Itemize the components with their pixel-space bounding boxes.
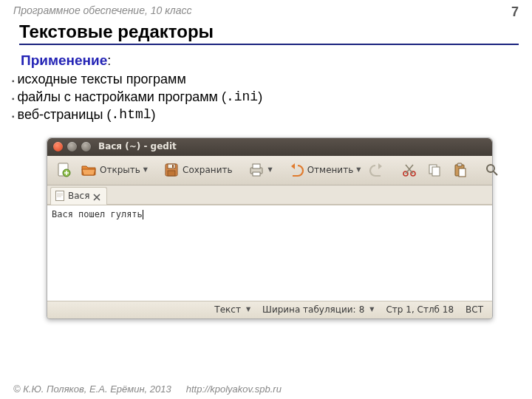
undo-button[interactable]: Отменить ▼ — [284, 161, 364, 179]
content-area: Применение: исходные тексты программ фай… — [0, 50, 532, 319]
paste-button[interactable] — [448, 161, 471, 179]
svg-rect-17 — [56, 191, 64, 201]
gedit-window: Вася (~) - gedit Открыть ▼ Сохранить — [47, 137, 493, 319]
bullet-suffix: ) — [258, 88, 262, 106]
cursor-position: Стр 1, Стлб 18 — [386, 304, 454, 316]
chevron-down-icon: ▼ — [143, 166, 148, 174]
chevron-down-icon: ▼ — [268, 166, 273, 174]
position-label: Стр 1, Стлб 18 — [386, 304, 454, 316]
svg-point-16 — [487, 165, 494, 172]
open-folder-icon — [80, 161, 98, 179]
svg-rect-15 — [459, 168, 466, 177]
open-button[interactable]: Открыть ▼ — [77, 161, 151, 179]
subhead-colon: : — [107, 53, 111, 68]
editor-text: Вася пошел гулять — [52, 209, 143, 219]
slide-header: Программное обеспечение, 10 класс 7 — [0, 0, 532, 20]
chevron-down-icon: ▼ — [369, 306, 374, 314]
tabwidth-label: Ширина табуляции: — [262, 304, 356, 316]
minimize-icon[interactable] — [67, 142, 77, 151]
svg-rect-7 — [253, 164, 260, 168]
new-file-icon — [55, 161, 72, 179]
search-icon — [483, 161, 501, 179]
paste-icon — [451, 161, 468, 179]
chevron-down-icon: ▼ — [356, 166, 361, 174]
bullet-mono: .ini — [226, 88, 258, 106]
redo-button[interactable] — [365, 161, 389, 179]
print-icon — [248, 161, 265, 179]
cut-button[interactable] — [398, 161, 421, 179]
close-tab-icon[interactable] — [93, 192, 100, 200]
svg-rect-4 — [168, 171, 175, 176]
tabwidth-value: 8 — [359, 304, 365, 316]
cut-icon — [400, 161, 418, 179]
copyright: © К.Ю. Поляков, Е.А. Ерёмин, 2013 — [13, 383, 171, 395]
editor-area[interactable]: Вася пошел гулять — [47, 205, 492, 301]
tabwidth-selector[interactable]: Ширина табуляции: 8 ▼ — [262, 304, 374, 316]
subhead-line: Применение: — [21, 51, 519, 70]
toolbar: Открыть ▼ Сохранить ▼ — [47, 156, 492, 185]
window-title: Вася (~) - gedit — [98, 140, 177, 152]
copy-icon — [426, 161, 443, 179]
new-button[interactable] — [52, 161, 75, 179]
tab-bar: Вася — [47, 185, 492, 205]
svg-rect-3 — [168, 164, 175, 168]
print-button[interactable]: ▼ — [245, 161, 276, 179]
save-label: Сохранить — [183, 164, 233, 176]
footer: © К.Ю. Поляков, Е.А. Ерёмин, 2013 http:/… — [13, 383, 519, 395]
maximize-icon[interactable] — [81, 142, 91, 151]
bullet-suffix: ) — [151, 106, 156, 123]
svg-rect-12 — [432, 167, 440, 176]
bullet-item: файлы с настройками программ (.ini) — [12, 88, 519, 106]
bullet-text: веб-страницы ( — [18, 106, 112, 123]
search-button[interactable] — [480, 161, 504, 179]
page-number: 7 — [511, 4, 519, 20]
undo-label: Отменить — [307, 164, 354, 176]
insert-mode: ВСТ — [466, 304, 483, 316]
tab-label: Вася — [68, 190, 89, 202]
document-tab[interactable]: Вася — [50, 187, 107, 204]
insert-label: ВСТ — [466, 304, 483, 316]
bullet-mono: .html — [112, 106, 151, 123]
svg-rect-5 — [172, 165, 174, 168]
text-cursor — [143, 210, 143, 219]
footer-url: http://kpolyakov.spb.ru — [186, 383, 282, 395]
bullet-item: исходные тексты программ — [12, 70, 519, 88]
bullet-text: исходные тексты программ — [18, 70, 186, 88]
save-icon — [163, 161, 180, 179]
redo-icon — [368, 161, 386, 179]
subhead: Применение — [21, 52, 107, 68]
course-label: Программное обеспечение, 10 класс — [13, 4, 191, 20]
open-label: Открыть — [100, 164, 140, 176]
syntax-label: Текст — [214, 304, 241, 316]
chevron-down-icon: ▼ — [246, 306, 250, 314]
copy-button[interactable] — [423, 161, 446, 179]
page-title: Текстовые редакторы — [19, 21, 519, 45]
svg-rect-14 — [457, 163, 462, 166]
svg-rect-8 — [253, 172, 260, 176]
bullet-text: файлы с настройками программ ( — [18, 88, 226, 106]
close-icon[interactable] — [53, 142, 63, 151]
syntax-selector[interactable]: Текст ▼ — [214, 304, 250, 316]
save-button[interactable]: Сохранить — [160, 161, 236, 179]
document-icon — [55, 191, 64, 201]
titlebar[interactable]: Вася (~) - gedit — [47, 138, 492, 156]
undo-icon — [287, 161, 305, 179]
status-bar: Текст ▼ Ширина табуляции: 8 ▼ Стр 1, Стл… — [47, 301, 492, 318]
bullet-item: веб-страницы (.html) — [12, 106, 519, 123]
